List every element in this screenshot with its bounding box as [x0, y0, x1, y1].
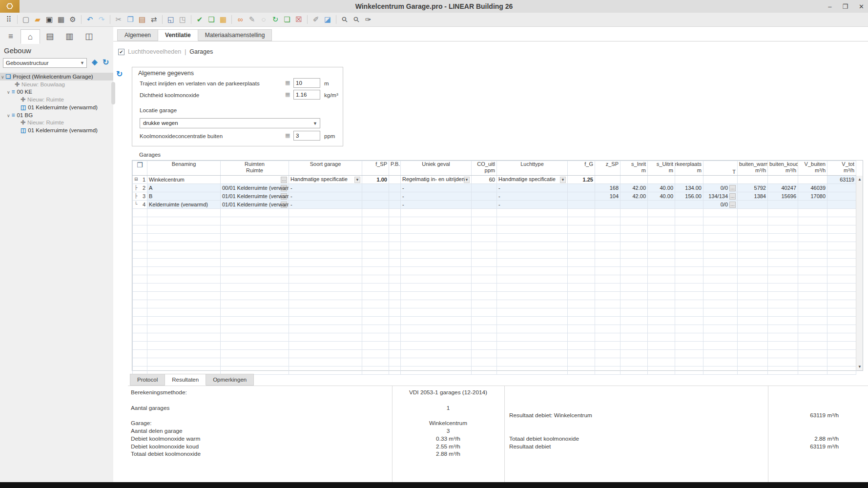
empty-cell[interactable] — [768, 333, 798, 342]
empty-cell[interactable] — [133, 300, 147, 308]
empty-cell[interactable] — [768, 300, 798, 308]
tree-item[interactable]: ✚Nieuw: Ruimte — [0, 96, 113, 103]
empty-cell[interactable] — [362, 217, 389, 225]
empty-cell[interactable] — [827, 259, 856, 267]
empty-cell[interactable] — [738, 217, 768, 225]
empty-cell[interactable] — [362, 333, 389, 342]
print-icon[interactable]: ▦ — [55, 14, 67, 25]
empty-cell[interactable] — [221, 366, 289, 375]
empty-cell[interactable] — [620, 300, 648, 308]
tab-ventilatie[interactable]: Ventilatie — [158, 29, 198, 41]
empty-cell[interactable] — [798, 358, 827, 366]
cell-buiten_warm[interactable] — [738, 176, 768, 184]
empty-cell[interactable] — [568, 292, 595, 300]
empty-cell[interactable] — [389, 275, 401, 284]
cell-s_inrit[interactable]: 42.00 — [620, 192, 648, 201]
empty-cell[interactable] — [221, 225, 289, 234]
cell-s_inrit[interactable]: 42.00 — [620, 184, 648, 192]
cell-z_sp[interactable]: 104 — [595, 192, 620, 201]
sidebar-tab-list[interactable]: ▤ — [40, 29, 60, 44]
empty-cell[interactable] — [389, 333, 401, 342]
empty-cell[interactable] — [289, 317, 362, 325]
cell-pb[interactable] — [389, 184, 401, 192]
empty-cell[interactable] — [798, 242, 827, 250]
empty-cell[interactable] — [595, 366, 620, 375]
empty-cell[interactable] — [133, 350, 147, 358]
empty-cell[interactable] — [827, 342, 856, 350]
link-icon[interactable]: ∞ — [234, 14, 246, 25]
empty-cell[interactable] — [389, 366, 401, 375]
row-header[interactable]: ⊟1 — [133, 176, 147, 184]
empty-cell[interactable] — [703, 300, 738, 308]
empty-cell[interactable] — [221, 250, 289, 259]
empty-cell[interactable] — [147, 325, 221, 333]
empty-cell[interactable] — [289, 242, 362, 250]
empty-cell[interactable] — [362, 267, 389, 275]
empty-cell[interactable] — [289, 300, 362, 308]
empty-cell[interactable] — [133, 242, 147, 250]
empty-cell[interactable] — [497, 333, 568, 342]
empty-cell[interactable] — [595, 325, 620, 333]
empty-cell[interactable] — [497, 234, 568, 242]
empty-cell[interactable] — [798, 342, 827, 350]
empty-cell[interactable] — [289, 284, 362, 292]
empty-cell[interactable] — [221, 358, 289, 366]
empty-cell[interactable] — [595, 292, 620, 300]
empty-cell[interactable] — [401, 350, 472, 358]
empty-cell[interactable] — [675, 209, 703, 217]
empty-cell[interactable] — [147, 234, 221, 242]
empty-cell[interactable] — [620, 284, 648, 292]
close-button[interactable]: ✕ — [859, 3, 864, 10]
empty-cell[interactable] — [221, 308, 289, 317]
cell-z_sp[interactable] — [595, 201, 620, 209]
empty-cell[interactable] — [620, 358, 648, 366]
empty-cell[interactable] — [595, 225, 620, 234]
empty-cell[interactable] — [675, 317, 703, 325]
empty-cell[interactable] — [798, 350, 827, 358]
empty-cell[interactable] — [147, 259, 221, 267]
empty-cell[interactable] — [472, 358, 497, 366]
column-header-v_buiten[interactable]: V_buitenm³/h — [798, 161, 827, 176]
empty-cell[interactable] — [389, 259, 401, 267]
cell-s_uitrit[interactable] — [648, 176, 675, 184]
column-header-benaming[interactable]: Benaming — [147, 161, 221, 176]
cell-v_tot[interactable] — [827, 184, 856, 192]
empty-cell[interactable] — [738, 358, 768, 366]
empty-cell[interactable] — [568, 333, 595, 342]
empty-cell[interactable] — [798, 275, 827, 284]
column-header-z_sp[interactable]: z_SP — [595, 161, 620, 176]
empty-cell[interactable] — [289, 342, 362, 350]
empty-cell[interactable] — [497, 325, 568, 333]
cell-benaming[interactable]: B — [147, 192, 221, 201]
empty-cell[interactable] — [389, 250, 401, 259]
empty-cell[interactable] — [768, 225, 798, 234]
delete-page-icon[interactable]: ☒ — [293, 14, 305, 25]
scroll-up-icon[interactable]: ▲ — [856, 176, 863, 183]
empty-cell[interactable] — [568, 300, 595, 308]
empty-cell[interactable] — [595, 284, 620, 292]
empty-cell[interactable] — [221, 267, 289, 275]
new-document-icon[interactable]: ▢ — [20, 14, 32, 25]
tab-materiaalsamenstelling[interactable]: Materiaalsamenstelling — [198, 29, 272, 41]
empty-cell[interactable] — [133, 325, 147, 333]
cell-parkeerplaats[interactable]: 156.00 — [675, 192, 703, 201]
empty-cell[interactable] — [289, 250, 362, 259]
cell-luchttype[interactable]: ▼Handmatige specificatie — [497, 176, 568, 184]
empty-cell[interactable] — [472, 234, 497, 242]
empty-cell[interactable] — [675, 308, 703, 317]
cell-soort_garage[interactable]: ▼Handmatige specificatie — [289, 176, 362, 184]
cell-z_sp[interactable] — [595, 176, 620, 184]
empty-cell[interactable] — [472, 333, 497, 342]
empty-cell[interactable] — [703, 317, 738, 325]
empty-cell[interactable] — [362, 300, 389, 308]
document-check-icon[interactable]: ✔ — [194, 14, 206, 25]
chevron-down-icon[interactable]: ▼ — [354, 177, 360, 183]
empty-cell[interactable] — [827, 209, 856, 217]
cell-benaming[interactable]: Winkelcentrum — [147, 176, 221, 184]
tab-algemeen[interactable]: Algemeen — [117, 29, 158, 41]
ellipsis-button[interactable]: … — [281, 177, 287, 183]
empty-cell[interactable] — [133, 317, 147, 325]
empty-cell[interactable] — [827, 250, 856, 259]
undo-icon[interactable]: ↶ — [84, 14, 96, 25]
empty-cell[interactable] — [147, 217, 221, 225]
